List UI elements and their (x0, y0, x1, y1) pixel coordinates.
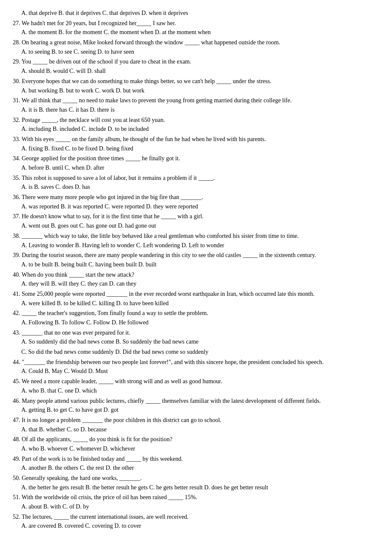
question-block-q47: 47. It is no longer a problem _______ th… (13, 416, 379, 434)
question-text-q41: 41. Some 25,000 people were reported ___… (13, 289, 379, 299)
question-block-q34: 34. George applied for the position thre… (13, 154, 379, 172)
question-text-q30: 30. Everyone hopes that we can do someth… (13, 77, 379, 86)
options-q49: A. another B. the others C. the rest D. … (13, 463, 379, 473)
question-text-q43: 43. _______ that no one was ever prepare… (13, 328, 379, 338)
question-text-q51: 51. With the worldwide oil crisis, the p… (13, 493, 379, 502)
question-text-q38: 38. _______ which way to take, the littl… (13, 231, 379, 241)
question-block-q33: 33. With his eyes _____ on the family al… (13, 135, 379, 153)
question-text-q28: 28. On hearing a great noise, Mike looke… (13, 38, 379, 47)
question-block-q29: 29. You _____ be driven out of the schoo… (13, 57, 379, 75)
question-block-q38: 38. _______ which way to take, the littl… (13, 231, 379, 250)
options-multiline-q43-0: A. So suddenly did the bad news come B. … (13, 337, 379, 347)
options-q45: A. who B. that C. one D. which (13, 386, 379, 396)
question-block-q39: 39. During the tourist season, there are… (13, 251, 379, 269)
question-text-q33: 33. With his eyes _____ on the family al… (13, 135, 379, 144)
question-text-q32: 32. Postage _____, the necklace will cos… (13, 116, 379, 125)
exam-content: A. that deprive B. that it deprives C. t… (13, 9, 379, 531)
question-text-q35: 35. This robot is supposed to save a lot… (13, 173, 379, 183)
question-text-q40: 40. When do you think _____ start the ne… (13, 270, 379, 280)
question-block-q27: 27. We hadn't met for 20 years, but I re… (13, 19, 379, 37)
options-q51: A. about B. with C. of D. by (13, 502, 379, 512)
options-q30: A. but working B. but to work C. work D.… (13, 86, 379, 95)
question-text-q44: 44. "_______ the friendship between our … (13, 358, 379, 367)
question-text-q42: 42. _____ the teacher's suggestion, Tom … (13, 309, 379, 318)
question-block-q51: 51. With the worldwide oil crisis, the p… (13, 493, 379, 511)
question-text-q34: 34. George applied for the position thre… (13, 154, 379, 163)
question-block-q32: 32. Postage _____, the necklace will cos… (13, 116, 379, 134)
question-block-q40: 40. When do you think _____ start the ne… (13, 270, 379, 289)
question-block-q45: 45. We need a more capable leader, _____… (13, 377, 379, 395)
options-q31: A. it is B. there has C. it has D. there… (13, 105, 379, 115)
question-block-q48: 48. Of all the applicants, _____ do you … (13, 435, 379, 453)
options-q47: A. that B. whether C. so D. because (13, 425, 379, 434)
question-text-q37: 37. He doesn't know what to say, for it … (13, 212, 379, 221)
question-text-q27: 27. We hadn't met for 20 years, but I re… (13, 19, 379, 28)
question-text-q46: 46. Many people attend various public le… (13, 396, 379, 406)
question-block-q50: 50. Generally speaking, the hard one wor… (13, 474, 379, 492)
question-text-q39: 39. During the tourist season, there are… (13, 251, 379, 260)
question-text-q48: 48. Of all the applicants, _____ do you … (13, 435, 379, 444)
question-text-q52: 52. The lectures, _____ the current inte… (13, 512, 379, 522)
options-q46: A. getting B. to get C. to have got D. g… (13, 405, 379, 415)
options-q40: A. they will B. will they C. they can D.… (13, 279, 379, 289)
question-block-q36: 36. There were many more people who got … (13, 193, 379, 211)
options-q48: A. who B. whoever C. whomever D. whichev… (13, 444, 379, 454)
question-text-q49: 49. Part of the work is to be finished t… (13, 454, 379, 464)
question-text-q29: 29. You _____ be driven out of the schoo… (13, 57, 379, 66)
options-q35: A. is B. saves C. does D. has (13, 182, 379, 192)
question-block-q26_options: A. that deprive B. that it deprives C. t… (13, 9, 379, 18)
options-q33: A. fixing B. fixed C. to be fixed D. bei… (13, 144, 379, 153)
options-q29: A. should B. would C. will D. shall (13, 66, 379, 76)
question-block-q46: 46. Many people attend various public le… (13, 396, 379, 415)
question-block-q52: 52. The lectures, _____ the current inte… (13, 512, 379, 531)
question-block-q44: 44. "_______ the friendship between our … (13, 358, 379, 376)
options-q32: A. including B. included C. include D. t… (13, 124, 379, 134)
options-multiline-q43-1: C. So did the bad news come suddenly D. … (13, 347, 379, 357)
question-block-q35: 35. This robot is supposed to save a lot… (13, 173, 379, 192)
options-q44: A. Could B. May C. Would D. Must (13, 367, 379, 376)
question-block-q31: 31. We all think that _____ no need to m… (13, 96, 379, 114)
question-block-q49: 49. Part of the work is to be finished t… (13, 454, 379, 473)
question-text-q47: 47. It is no longer a problem _______ th… (13, 416, 379, 425)
options-multiline-q50-0: A. the better he gets result B. the bett… (13, 483, 379, 492)
options-q36: A. was reported B. it was reported C. we… (13, 202, 379, 211)
question-text-q36: 36. There were many more people who got … (13, 193, 379, 202)
options-q37: A. went out B. goes out C. has gone out … (13, 221, 379, 231)
question-text-q50: 50. Generally speaking, the hard one wor… (13, 474, 379, 483)
options-q27: A. the moment B. for the moment C. the m… (13, 28, 379, 37)
question-text-q31: 31. We all think that _____ no need to m… (13, 96, 379, 105)
question-block-q42: 42. _____ the teacher's suggestion, Tom … (13, 309, 379, 327)
options-q28: A. to seeing B. to see C. seeing D. to h… (13, 47, 379, 57)
options-q38: A. Leaving to wonder B. Having left to w… (13, 241, 379, 250)
question-block-q37: 37. He doesn't know what to say, for it … (13, 212, 379, 230)
options-q34: A. before B. until C. when D. after (13, 163, 379, 173)
question-block-q30: 30. Everyone hopes that we can do someth… (13, 77, 379, 95)
question-block-q28: 28. On hearing a great noise, Mike looke… (13, 38, 379, 56)
question-text-q45: 45. We need a more capable leader, _____… (13, 377, 379, 386)
options-q52: A. are covered B. covered C. covering D.… (13, 521, 379, 531)
options-q39: A. to be built B. being built C. having … (13, 260, 379, 269)
options-q41: A. were killed B. to be killed C. killin… (13, 299, 379, 308)
options-q42: A. Following B. To follow C. Follow D. H… (13, 318, 379, 327)
question-block-q43: 43. _______ that no one was ever prepare… (13, 328, 379, 357)
question-block-q41: 41. Some 25,000 people were reported ___… (13, 289, 379, 308)
question-text-q26_options: A. that deprive B. that it deprives C. t… (13, 9, 379, 18)
